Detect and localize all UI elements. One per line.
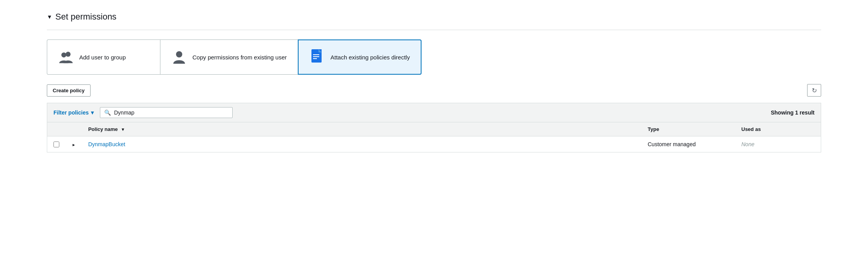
perm-card-label-copy-permissions: Copy permissions from existing user — [192, 53, 287, 61]
filter-chevron-icon: ▾ — [91, 109, 94, 116]
col-header-type: Type — [642, 122, 735, 136]
toolbar-row: Create policy ↻ — [47, 84, 821, 97]
document-icon — [309, 49, 325, 65]
search-wrapper: 🔍 — [100, 107, 233, 118]
table-body: ► DynmapBucket Customer managed None — [47, 136, 821, 152]
refresh-icon: ↻ — [812, 87, 817, 94]
user-icon — [171, 49, 187, 65]
section-title: Set permissions — [55, 12, 117, 22]
perm-card-label-attach-policies: Attach existing policies directly — [331, 53, 410, 61]
search-input[interactable] — [114, 109, 228, 116]
col-name-label: Policy name — [88, 126, 118, 132]
perm-card-label-add-user-to-group: Add user to group — [79, 53, 126, 61]
perm-card-copy-permissions[interactable]: Copy permissions from existing user — [160, 39, 298, 75]
col-header-expand — [66, 122, 82, 136]
perm-card-add-user-to-group[interactable]: Add user to group — [47, 39, 160, 75]
showing-result-label: Showing 1 result — [771, 109, 815, 116]
svg-point-1 — [61, 52, 66, 57]
filter-policies-label: Filter policies — [53, 109, 89, 116]
permission-cards: Add user to group Copy permissions from … — [47, 39, 821, 75]
perm-card-attach-policies[interactable]: Attach existing policies directly — [298, 39, 422, 75]
section-divider — [47, 30, 821, 30]
col-header-checkbox — [47, 122, 66, 136]
row-name-cell: DynmapBucket — [82, 136, 642, 152]
create-policy-button[interactable]: Create policy — [47, 84, 91, 97]
filter-bar: Filter policies ▾ 🔍 Showing 1 result — [47, 103, 821, 122]
filter-policies-button[interactable]: Filter policies ▾ — [53, 109, 94, 116]
policy-link[interactable]: DynmapBucket — [88, 141, 125, 147]
row-expand-cell: ► — [66, 136, 82, 152]
row-expand-button[interactable]: ► — [72, 143, 76, 147]
users-icon — [58, 49, 74, 65]
refresh-button[interactable]: ↻ — [807, 84, 821, 97]
row-checkbox[interactable] — [53, 142, 59, 147]
filter-left: Filter policies ▾ 🔍 — [53, 107, 233, 118]
row-checkbox-cell — [47, 136, 66, 152]
svg-point-0 — [66, 52, 71, 57]
table-row: ► DynmapBucket Customer managed None — [47, 136, 821, 152]
col-header-usedas: Used as — [735, 122, 821, 136]
row-type-cell: Customer managed — [642, 136, 735, 152]
section-chevron-icon[interactable]: ▼ — [47, 14, 52, 20]
row-usedas-cell: None — [735, 136, 821, 152]
table-header: Policy name ▼ Type Used as — [47, 122, 821, 136]
section-header: ▼ Set permissions — [47, 12, 821, 22]
col-header-name[interactable]: Policy name ▼ — [82, 122, 642, 136]
policy-table: Policy name ▼ Type Used as ► DynmapBucke… — [47, 122, 821, 152]
search-icon: 🔍 — [104, 109, 111, 116]
used-as-value: None — [742, 141, 754, 147]
sort-icon[interactable]: ▼ — [121, 127, 125, 132]
svg-point-2 — [176, 51, 182, 57]
table-header-row: Policy name ▼ Type Used as — [47, 122, 821, 136]
page-container: ▼ Set permissions Add user to group — [0, 0, 868, 258]
